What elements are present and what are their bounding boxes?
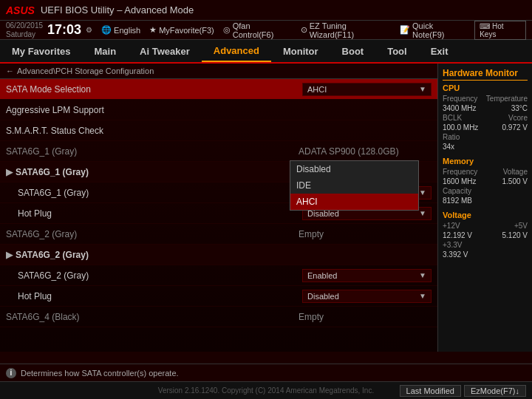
nav-tool[interactable]: Tool bbox=[375, 40, 418, 62]
nav-bar: My Favorites Main Ai Tweaker Advanced Mo… bbox=[0, 40, 532, 64]
cpu-ratio-row: Ratio bbox=[443, 133, 528, 141]
info-icon: i bbox=[6, 368, 16, 378]
cpu-section-title: CPU bbox=[443, 83, 528, 92]
ez-tuning-btn[interactable]: ⊙ EZ Tuning Wizard(F11) bbox=[301, 21, 391, 39]
volt-12-label: +12V bbox=[443, 222, 460, 230]
version-text: Version 2.16.1240. Copyright (C) 2014 Am… bbox=[158, 386, 374, 395]
note-icon: 📝 bbox=[400, 25, 410, 35]
nav-main[interactable]: Main bbox=[82, 40, 128, 62]
breadcrumb: ← Advanced\PCH Storage Configuration bbox=[0, 64, 437, 79]
hotplug2-dropdown[interactable]: Disabled ▼ bbox=[302, 290, 432, 303]
nav-my-favorites[interactable]: My Favorites bbox=[0, 40, 82, 62]
memory-section-title: Memory bbox=[443, 157, 528, 166]
nav-advanced[interactable]: Advanced bbox=[202, 40, 271, 62]
dropdown-popup[interactable]: Disabled IDE AHCI bbox=[290, 160, 419, 211]
cpu-section: CPU Frequency Temperature 3400 MHz 33°C … bbox=[443, 83, 528, 151]
voltage-section-title: Voltage bbox=[443, 211, 528, 219]
setting-row-sata6g2-group[interactable]: ▶ SATA6G_2 (Gray) bbox=[0, 245, 437, 265]
dropdown-arrow-icon3: ▼ bbox=[419, 209, 426, 217]
sata-mode-value: AHCI bbox=[307, 85, 327, 94]
datetime: 06/20/2015Saturday 17:03 ⚙ bbox=[6, 21, 92, 39]
nav-ai-tweaker[interactable]: Ai Tweaker bbox=[128, 40, 202, 62]
hardware-monitor-panel: Hardware Monitor CPU Frequency Temperatu… bbox=[437, 64, 532, 352]
settings-icon[interactable]: ⚙ bbox=[86, 26, 92, 34]
setting-row-sata6g1-device: SATA6G_1 (Gray) ADATA SP900 (128.0GB) bbox=[0, 141, 437, 162]
sata6g2-device-label: SATA6G_2 (Gray) bbox=[6, 229, 299, 239]
dropdown-arrow-icon2: ▼ bbox=[419, 188, 426, 197]
star-icon: ★ bbox=[149, 25, 157, 35]
status-bar: i Determines how SATA controller(s) oper… bbox=[0, 364, 532, 381]
volt-33-value-row: 3.392 V bbox=[443, 250, 528, 259]
info-bar: 06/20/2015Saturday 17:03 ⚙ 🌐 English ★ M… bbox=[0, 21, 532, 40]
cpu-freq-label: Frequency bbox=[443, 95, 477, 103]
cpu-vcore-value: 0.972 V bbox=[502, 123, 528, 132]
hot-keys-btn[interactable]: ⌨ Hot Keys bbox=[474, 21, 526, 40]
english-btn[interactable]: 🌐 English bbox=[101, 25, 140, 35]
cpu-freq-value: 3400 MHz bbox=[443, 104, 477, 112]
volt-12-value-row: 12.192 V 5.120 V bbox=[443, 231, 528, 239]
sata-mode-dropdown[interactable]: AHCI ▼ bbox=[302, 83, 432, 96]
dropdown-option-ide[interactable]: IDE bbox=[290, 177, 418, 194]
setting-row-aggressive-lpm[interactable]: Aggressive LPM Support bbox=[0, 100, 437, 120]
setting-row-hotplug2[interactable]: Hot Plug Disabled ▼ bbox=[0, 286, 437, 307]
volt-12-row: +12V +5V bbox=[443, 222, 528, 230]
memory-section: Memory Frequency Voltage 1600 MHz 1.500 … bbox=[443, 157, 528, 205]
quick-note-btn[interactable]: 📝 Quick Note(F9) bbox=[400, 21, 466, 39]
qfan-btn[interactable]: ◎ Qfan Control(F6) bbox=[223, 21, 292, 39]
ez-mode-btn[interactable]: EzMode(F7)↓ bbox=[464, 385, 526, 397]
mem-voltage-label: Voltage bbox=[503, 168, 528, 176]
sata6g1-device-value: ADATA SP900 (128.0GB) bbox=[299, 146, 432, 157]
setting-row-sata-mode[interactable]: SATA Mode Selection AHCI ▼ bbox=[0, 79, 437, 100]
setting-row-sata6g2-enabled[interactable]: SATA6G_2 (Gray) Enabled ▼ bbox=[0, 265, 437, 286]
cpu-freq-row: Frequency Temperature bbox=[443, 95, 528, 103]
breadcrumb-path: Advanced\PCH Storage Configuration bbox=[17, 66, 154, 75]
mem-voltage-value: 1.500 V bbox=[502, 177, 528, 185]
volt-5-label: +5V bbox=[514, 222, 528, 230]
main-layout: ← Advanced\PCH Storage Configuration SAT… bbox=[0, 64, 532, 352]
nav-boot[interactable]: Boot bbox=[330, 40, 376, 62]
last-modified-btn[interactable]: Last Modified bbox=[400, 385, 461, 397]
volt-5-value: 5.120 V bbox=[502, 231, 528, 239]
nav-exit[interactable]: Exit bbox=[419, 40, 460, 62]
hotplug2-label: Hot Plug bbox=[18, 291, 302, 301]
mem-cap-value-row: 8192 MB bbox=[443, 197, 528, 205]
cpu-bclk-row: BCLK Vcore bbox=[443, 114, 528, 122]
group-expand-icon2: ▶ bbox=[6, 250, 13, 260]
dropdown-arrow-icon4: ▼ bbox=[419, 271, 426, 279]
group-expand-icon: ▶ bbox=[6, 167, 13, 177]
time-display: 17:03 bbox=[47, 22, 81, 38]
globe-icon: 🌐 bbox=[101, 25, 112, 35]
cpu-bclk-value-row: 100.0 MHz 0.972 V bbox=[443, 123, 528, 132]
cpu-bclk-value: 100.0 MHz bbox=[443, 123, 478, 132]
mem-freq-row: Frequency Voltage bbox=[443, 168, 528, 176]
bottom-bar: Version 2.16.1240. Copyright (C) 2014 Am… bbox=[0, 381, 532, 399]
aggressive-lpm-label: Aggressive LPM Support bbox=[6, 105, 299, 115]
mem-freq-label: Frequency bbox=[443, 168, 477, 176]
smart-label: S.M.A.R.T. Status Check bbox=[6, 126, 299, 136]
dropdown-arrow-icon: ▼ bbox=[419, 85, 426, 93]
dropdown-option-ahci[interactable]: AHCI bbox=[290, 194, 418, 210]
cpu-bclk-label: BCLK bbox=[443, 114, 462, 122]
sata6g2-group-label: SATA6G_2 (Gray) bbox=[16, 250, 432, 260]
voltage-section: Voltage +12V +5V 12.192 V 5.120 V +3.3V … bbox=[443, 211, 528, 259]
cpu-ratio-value: 34x bbox=[443, 143, 454, 151]
mem-cap-value: 8192 MB bbox=[443, 197, 472, 205]
nav-monitor[interactable]: Monitor bbox=[271, 40, 330, 62]
myfavorite-btn[interactable]: ★ MyFavorite(F3) bbox=[149, 25, 214, 35]
sata6g2-enabled-value: Enabled bbox=[307, 271, 337, 280]
cpu-freq-value-row: 3400 MHz 33°C bbox=[443, 104, 528, 112]
asus-logo: ASUS bbox=[6, 4, 35, 16]
hotkeys-icon: ⌨ bbox=[480, 22, 490, 30]
fan-icon: ◎ bbox=[223, 25, 231, 35]
volt-33-row: +3.3V bbox=[443, 241, 528, 249]
setting-row-smart[interactable]: S.M.A.R.T. Status Check bbox=[0, 120, 437, 141]
sata6g2-enabled-dropdown[interactable]: Enabled ▼ bbox=[302, 269, 432, 282]
dropdown-option-disabled[interactable]: Disabled bbox=[290, 161, 418, 177]
volt-12-value: 12.192 V bbox=[443, 231, 472, 239]
mem-cap-row: Capacity bbox=[443, 187, 528, 195]
hotplug2-value: Disabled bbox=[307, 292, 339, 301]
sata6g4-device-label: SATA6G_4 (Black) bbox=[6, 312, 299, 322]
sata6g1-enabled-label: SATA6G_1 (Gray) bbox=[18, 188, 302, 198]
setting-row-sata6g4-device: SATA6G_4 (Black) Empty bbox=[0, 307, 437, 327]
cpu-temp-value: 33°C bbox=[511, 104, 528, 112]
